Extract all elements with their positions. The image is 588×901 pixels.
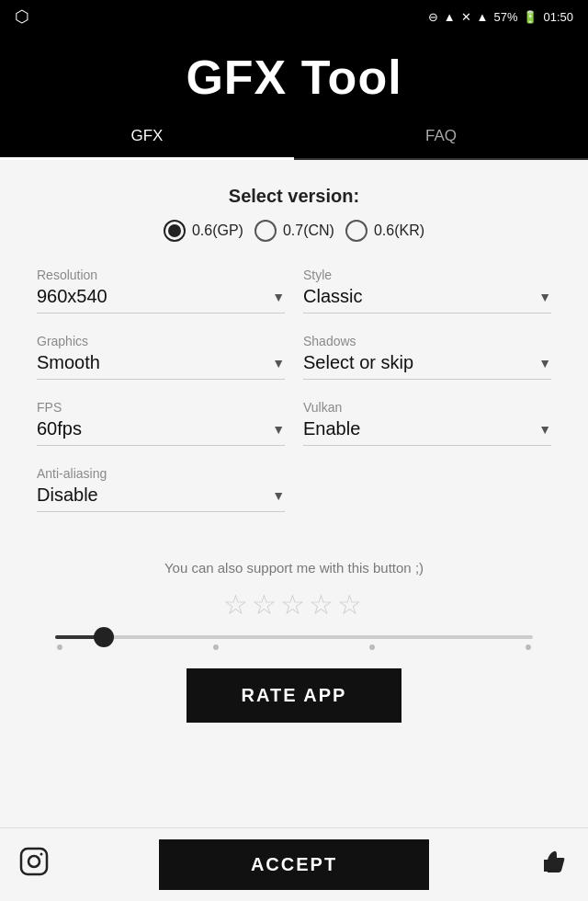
status-bar-right: ⊖ ▲ ✕ ▲ 57% 🔋 01:50 bbox=[428, 10, 573, 24]
stars-rating[interactable]: ☆☆☆☆☆ bbox=[46, 588, 542, 621]
version-option-gp[interactable]: 0.6(GP) bbox=[164, 220, 243, 242]
do-not-disturb-icon: ⊖ bbox=[428, 10, 438, 24]
setting-fps: FPS 60fps ▼ bbox=[37, 400, 285, 446]
app-header: GFX Tool bbox=[0, 33, 588, 114]
tab-bar: GFX FAQ bbox=[0, 114, 588, 160]
app-icon: ⬡ bbox=[15, 6, 29, 27]
vulkan-arrow: ▼ bbox=[538, 422, 551, 437]
slider-track bbox=[55, 635, 533, 639]
antialiasing-label: Anti-aliasing bbox=[37, 466, 285, 481]
setting-antialiasing: Anti-aliasing Disable ▼ bbox=[37, 466, 285, 512]
radio-cn[interactable] bbox=[254, 220, 277, 242]
status-bar: ⬡ ⊖ ▲ ✕ ▲ 57% 🔋 01:50 bbox=[0, 0, 588, 33]
main-content: Select version: 0.6(GP) 0.7(CN) 0.6(KR) … bbox=[0, 160, 588, 827]
vulkan-label: Vulkan bbox=[303, 400, 551, 415]
fps-arrow: ▼ bbox=[272, 422, 285, 437]
resolution-arrow: ▼ bbox=[272, 290, 285, 304]
setting-vulkan: Vulkan Enable ▼ bbox=[303, 400, 551, 446]
resolution-label: Resolution bbox=[37, 268, 285, 282]
settings-grid: Resolution 960x540 ▼ Style Classic ▼ Gra… bbox=[37, 268, 551, 532]
status-bar-left: ⬡ bbox=[15, 6, 29, 27]
svg-point-2 bbox=[40, 853, 43, 856]
radio-gp[interactable] bbox=[164, 220, 186, 242]
thumbsup-icon[interactable] bbox=[538, 846, 570, 884]
version-title: Select version: bbox=[37, 186, 551, 207]
vulkan-dropdown[interactable]: Enable ▼ bbox=[303, 418, 551, 446]
app-title: GFX Tool bbox=[0, 50, 588, 105]
slider-dot-1 bbox=[57, 644, 62, 650]
radio-kr[interactable] bbox=[345, 220, 368, 242]
setting-style: Style Classic ▼ bbox=[303, 268, 551, 314]
empty-cell bbox=[303, 466, 551, 532]
version-option-kr[interactable]: 0.6(KR) bbox=[345, 220, 424, 242]
style-label: Style bbox=[303, 268, 551, 282]
slider-dot-4 bbox=[526, 644, 531, 650]
signal-icon: ✕ bbox=[461, 10, 471, 24]
fps-label: FPS bbox=[37, 400, 285, 415]
version-section: Select version: 0.6(GP) 0.7(CN) 0.6(KR) bbox=[37, 186, 551, 242]
svg-point-1 bbox=[28, 856, 40, 867]
setting-graphics: Graphics Smooth ▼ bbox=[37, 334, 285, 380]
accept-button[interactable]: ACCEPT bbox=[159, 839, 429, 890]
fps-dropdown[interactable]: 60fps ▼ bbox=[37, 418, 285, 446]
shadows-arrow: ▼ bbox=[538, 356, 551, 371]
svg-rect-0 bbox=[21, 849, 47, 874]
slider-container[interactable] bbox=[55, 635, 533, 650]
antialiasing-arrow: ▼ bbox=[272, 488, 285, 503]
support-text: You can also support me with this button… bbox=[46, 560, 542, 576]
setting-resolution: Resolution 960x540 ▼ bbox=[37, 268, 285, 314]
tab-gfx[interactable]: GFX bbox=[0, 114, 294, 158]
slider-dot-2 bbox=[213, 644, 219, 650]
antialiasing-dropdown[interactable]: Disable ▼ bbox=[37, 485, 285, 512]
time-display: 01:50 bbox=[543, 10, 573, 24]
style-dropdown[interactable]: Classic ▼ bbox=[303, 286, 551, 314]
slider-dot-3 bbox=[369, 644, 375, 650]
support-section: You can also support me with this button… bbox=[37, 560, 551, 723]
slider-thumb[interactable] bbox=[94, 627, 114, 647]
graphics-arrow: ▼ bbox=[272, 356, 285, 371]
tab-faq[interactable]: FAQ bbox=[294, 114, 588, 158]
rate-app-button[interactable]: RATE APP bbox=[187, 668, 402, 723]
graphics-dropdown[interactable]: Smooth ▼ bbox=[37, 352, 285, 380]
graphics-label: Graphics bbox=[37, 334, 285, 348]
version-options: 0.6(GP) 0.7(CN) 0.6(KR) bbox=[37, 220, 551, 242]
signal-bars-icon: ▲ bbox=[477, 10, 489, 24]
resolution-dropdown[interactable]: 960x540 ▼ bbox=[37, 286, 285, 314]
shadows-label: Shadows bbox=[303, 334, 551, 348]
wifi-icon: ▲ bbox=[444, 10, 456, 24]
version-option-cn[interactable]: 0.7(CN) bbox=[254, 220, 334, 242]
battery-icon: 🔋 bbox=[523, 10, 537, 24]
bottom-bar: ACCEPT bbox=[0, 827, 588, 901]
battery-text: 57% bbox=[493, 10, 517, 24]
style-arrow: ▼ bbox=[538, 290, 551, 304]
slider-dots bbox=[55, 644, 533, 650]
setting-shadows: Shadows Select or skip ▼ bbox=[303, 334, 551, 380]
instagram-icon[interactable] bbox=[18, 846, 50, 884]
shadows-dropdown[interactable]: Select or skip ▼ bbox=[303, 352, 551, 380]
